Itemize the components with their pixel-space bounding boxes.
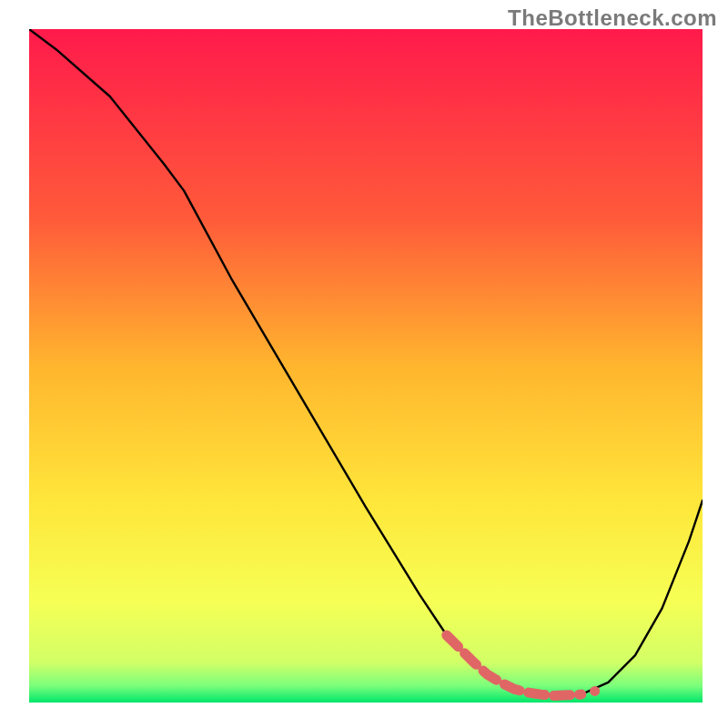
source-watermark: TheBottleneck.com xyxy=(508,5,717,31)
optimal-end-dot xyxy=(590,686,600,696)
plot-area xyxy=(29,29,703,703)
chart-frame: TheBottleneck.com xyxy=(0,0,728,728)
plot-svg xyxy=(29,29,703,703)
plot-background xyxy=(29,29,703,703)
